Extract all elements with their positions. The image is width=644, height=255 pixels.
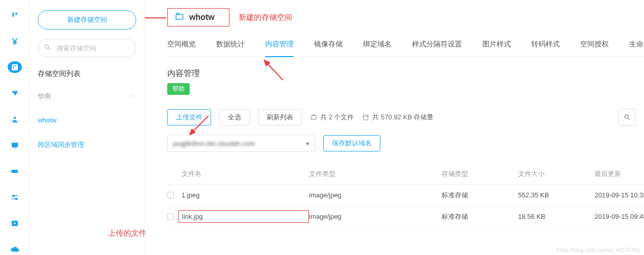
tab-9[interactable]: 生命周 [629, 40, 644, 57]
table-row[interactable]: 1.jpegimage/jpeg标准存储552.35 KB2019-09-15 … [167, 185, 644, 206]
play-icon[interactable] [8, 217, 22, 229]
bucket-name: whotw [189, 13, 215, 22]
svg-point-13 [364, 115, 368, 117]
folder-icon [175, 12, 184, 23]
col-updated: 最后更新 [595, 169, 644, 178]
annotation-new-bucket: 新建的存储空间 [239, 13, 292, 22]
tab-0[interactable]: 空间概览 [167, 40, 196, 57]
yen-icon[interactable] [8, 35, 22, 47]
select-all-button[interactable]: 全选 [219, 109, 250, 125]
tab-7[interactable]: 转码样式 [531, 40, 560, 57]
sliders-icon[interactable] [8, 191, 22, 203]
svg-point-7 [13, 195, 14, 196]
save-domain-button[interactable]: 保存默认域名 [323, 135, 380, 151]
svg-point-14 [625, 115, 628, 118]
svg-rect-5 [12, 142, 18, 147]
cell-type: image/jpeg [309, 213, 442, 220]
search-icon [44, 44, 51, 53]
tab-6[interactable]: 图片样式 [482, 40, 511, 57]
arrow-annotation [145, 10, 167, 27]
domain-select[interactable]: pxqj8k9mn.bkt.clouddn.com ▾ [167, 135, 315, 152]
col-name: 文件名 [182, 169, 309, 178]
ticket-icon[interactable] [8, 165, 22, 177]
table-row[interactable]: link.jpgimage/jpeg标准存储18.56 KB2019-09-15… [167, 206, 644, 227]
row-checkbox[interactable] [167, 213, 174, 220]
bucket-list-title: 存储空间列表 [38, 69, 136, 79]
row-checkbox[interactable] [167, 192, 174, 198]
cell-updated: 2019-09-15 09:45:39 [595, 213, 644, 220]
cell-name: link.jpg [178, 210, 309, 223]
svg-point-4 [13, 116, 16, 119]
col-storage: 存储类型 [442, 169, 518, 178]
cell-size: 552.35 KB [518, 191, 595, 199]
region-label: 华南 [38, 92, 51, 101]
storage-stat: 共 570.92 KB 存储量 [362, 113, 433, 122]
svg-rect-0 [12, 64, 18, 70]
content-title: 内容管理 [167, 68, 644, 79]
storage-text: 共 570.92 KB 存储量 [372, 113, 433, 122]
col-type: 文件类型 [309, 169, 442, 178]
annotation-uploaded-files: 上传的文件 [108, 228, 146, 238]
monitor-icon[interactable] [8, 139, 22, 151]
col-size: 文件大小 [518, 169, 595, 178]
svg-rect-1 [13, 65, 14, 66]
logo-icon[interactable] [8, 9, 22, 21]
cell-updated: 2019-09-15 10:33:04 [595, 191, 644, 199]
sidebar-bucket-link[interactable]: whotw [38, 112, 136, 136]
svg-point-10 [45, 45, 48, 48]
cdn-icon[interactable] [8, 87, 22, 99]
cloud-icon[interactable] [8, 243, 22, 255]
tab-2[interactable]: 内容管理 [265, 40, 294, 57]
region-selector[interactable]: 华南 [38, 88, 136, 105]
tab-1[interactable]: 数据统计 [216, 40, 245, 57]
watermark: https://blog.csdn.net/qq_40573786 [557, 247, 640, 253]
svg-rect-6 [14, 147, 15, 148]
cell-storage: 标准存储 [442, 191, 518, 200]
help-badge[interactable]: 帮助 [167, 83, 190, 95]
cell-storage: 标准存储 [442, 212, 518, 221]
tab-8[interactable]: 空间授权 [580, 40, 609, 57]
file-count-stat: 共 2 个文件 [310, 113, 354, 122]
svg-rect-12 [311, 116, 316, 120]
tab-3[interactable]: 镜像存储 [314, 40, 343, 57]
refresh-button[interactable]: 刷新列表 [258, 109, 302, 125]
bucket-name-box: whotw [167, 8, 229, 27]
tab-4[interactable]: 绑定域名 [363, 40, 392, 57]
file-count-text: 共 2 个文件 [320, 113, 354, 122]
main: whotw 新建的存储空间 空间概览数据统计内容管理镜像存储绑定域名样式分隔符设… [145, 0, 644, 255]
cross-region-link[interactable]: 跨区域同步管理 [38, 136, 136, 154]
storage-icon[interactable] [8, 61, 22, 73]
svg-point-8 [15, 198, 17, 199]
search-input[interactable] [38, 39, 136, 57]
tabs: 空间概览数据统计内容管理镜像存储绑定域名样式分隔符设置图片样式转码样式空间授权生… [167, 40, 644, 57]
cell-name: 1.jpeg [182, 191, 309, 199]
sidebar: 新建存储空间 存储空间列表 华南 whotw 跨区域同步管理 [30, 0, 145, 255]
svg-rect-11 [176, 14, 183, 19]
table-search-button[interactable] [619, 109, 636, 126]
svg-rect-3 [15, 65, 16, 66]
cell-type: image/jpeg [309, 191, 442, 199]
cell-size: 18.56 KB [518, 213, 595, 220]
upload-button[interactable]: 上传文件 [167, 109, 211, 125]
chevron-down-icon [130, 93, 136, 100]
caret-down-icon: ▾ [306, 140, 310, 147]
new-bucket-button[interactable]: 新建存储空间 [38, 10, 136, 30]
file-table: 文件名 文件类型 存储类型 文件大小 最后更新 1.jpegimage/jpeg… [167, 163, 644, 227]
domain-value: pxqj8k9mn.bkt.clouddn.com [173, 140, 255, 147]
user-icon[interactable] [8, 113, 22, 125]
icon-rail [0, 0, 30, 255]
svg-rect-2 [13, 67, 14, 68]
tab-5[interactable]: 样式分隔符设置 [412, 40, 462, 57]
